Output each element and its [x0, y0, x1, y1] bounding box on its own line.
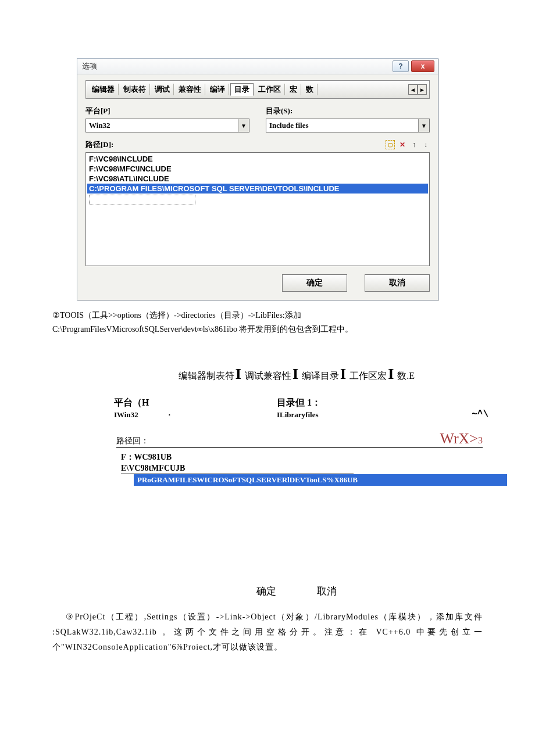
ok-button[interactable]: 确定: [282, 274, 347, 292]
list-item-selected[interactable]: C:\PROGRAM FILES\MICROSOFT SQL SERVER\DE…: [87, 184, 428, 194]
paths-label: 路径回：: [116, 436, 149, 446]
paragraph-step3: ③PrOjeCt（工程）,Settings（设置）->Link->Object（…: [52, 610, 483, 655]
platform-value: Win32: [89, 121, 110, 130]
tabs-scroll-left-icon[interactable]: ◄: [408, 84, 418, 95]
dirtype-value: ILibraryfiles: [277, 410, 319, 420]
text: 3: [478, 435, 483, 445]
list-item: F：WC981UB: [121, 452, 354, 463]
options-dialog-2: 编辑器制表符I 调试兼容性I 编译目录I 工作区宏I 数.E 平台（H IWin…: [93, 366, 500, 598]
text: C:\ProgramFilesVMicrosoftSQLServer\devt∞…: [52, 325, 353, 334]
tail-text: ~^\: [472, 409, 500, 420]
dirtype-value: Include files: [269, 121, 309, 130]
paths-listbox[interactable]: F:\VC98\INCLUDE F:\VC98\MFC\INCLUDE F:\V…: [85, 152, 430, 266]
platform-combo[interactable]: Win32 ▼: [85, 119, 249, 132]
tab-bar-text: 编辑器制表符I 调试兼容性I 编译目录I 工作区宏I 数.E: [93, 366, 500, 383]
platform-value: IWin32: [114, 410, 138, 419]
dialog-title: 选项: [82, 61, 390, 71]
tab-macros[interactable]: 宏: [286, 84, 301, 95]
new-path-icon[interactable]: ▢: [386, 140, 395, 149]
dialog-body: 编辑器 制表符 调试 兼容性 编译 目录 工作区 宏 数 ◄ ► 平台[P] W…: [77, 74, 438, 300]
list-item[interactable]: F:\VC98\ATL\INCLUDE: [87, 174, 428, 184]
move-up-icon[interactable]: ↑: [410, 141, 418, 149]
title-bar: 选项 ? x: [77, 59, 438, 74]
options-dialog: 选项 ? x 编辑器 制表符 调试 兼容性 编译 目录 工作区 宏 数 ◄ ►: [77, 58, 438, 300]
tab-data[interactable]: 数: [302, 84, 318, 95]
tab-debug[interactable]: 调试: [151, 84, 174, 95]
close-button[interactable]: x: [411, 60, 434, 72]
tab-tabs[interactable]: 制表符: [120, 84, 150, 95]
cancel-button[interactable]: 取消: [365, 274, 430, 292]
list-item: E\VC98tMFCUJB: [121, 463, 354, 474]
tab-text: 调试兼容性: [245, 371, 291, 381]
dirtype-combo[interactable]: Include files ▼: [266, 119, 430, 132]
delete-path-icon[interactable]: ✕: [398, 141, 406, 149]
tab-compile[interactable]: 编译: [206, 84, 229, 95]
wrx-text: WrX>3: [440, 430, 483, 447]
cancel-button[interactable]: 取消: [317, 585, 337, 598]
tab-bar: 编辑器 制表符 调试 兼容性 编译 目录 工作区 宏 数 ◄ ►: [85, 80, 430, 99]
platform-label: 平台[P]: [85, 106, 249, 116]
tab-directories[interactable]: 目录: [230, 83, 254, 96]
text: ②TOOIS（工具>>options（选择）->directories（目录）-…: [52, 311, 301, 320]
list-item[interactable]: F:\VC98\MFC\INCLUDE: [87, 164, 428, 174]
tab-text: 编辑器制表符: [179, 371, 234, 381]
paragraph-step2: ②TOOIS（工具>>options（选择）->directories（目录）-…: [52, 309, 483, 336]
list-item-edit[interactable]: [89, 195, 195, 205]
paths-label: 路径[D]:: [85, 139, 113, 150]
ok-button[interactable]: 确定: [256, 585, 276, 598]
tab-text: 编译目录: [302, 371, 339, 381]
dot: ·: [169, 410, 170, 419]
tab-text: 工作区宏: [349, 371, 387, 381]
chevron-down-icon: ▼: [418, 119, 429, 132]
tab-workspace[interactable]: 工作区: [255, 84, 285, 95]
tabs-scroll-right-icon[interactable]: ►: [418, 84, 427, 95]
text: ③PrOjeCt（工程）,Settings（设置）->Link->Object（…: [52, 612, 483, 651]
tab-compat[interactable]: 兼容性: [175, 84, 205, 95]
tab-editor[interactable]: 编辑器: [88, 84, 119, 95]
list-item-selected: PRoGRAMFILESWICROSoFTSQLSERVERlDEVTooLS%…: [134, 474, 507, 486]
platform-label: 平台（H: [114, 397, 277, 409]
dirtype-label: 目录但 1：: [277, 397, 500, 409]
chevron-down-icon: ▼: [238, 119, 249, 132]
list-item[interactable]: F:\VC98\INCLUDE: [87, 154, 428, 164]
tab-text: 数.E: [397, 371, 415, 381]
help-button[interactable]: ?: [393, 60, 409, 72]
move-down-icon[interactable]: ↓: [422, 141, 430, 149]
dirtype-label: 目录(S):: [266, 106, 430, 116]
text: WrX>: [440, 430, 478, 447]
